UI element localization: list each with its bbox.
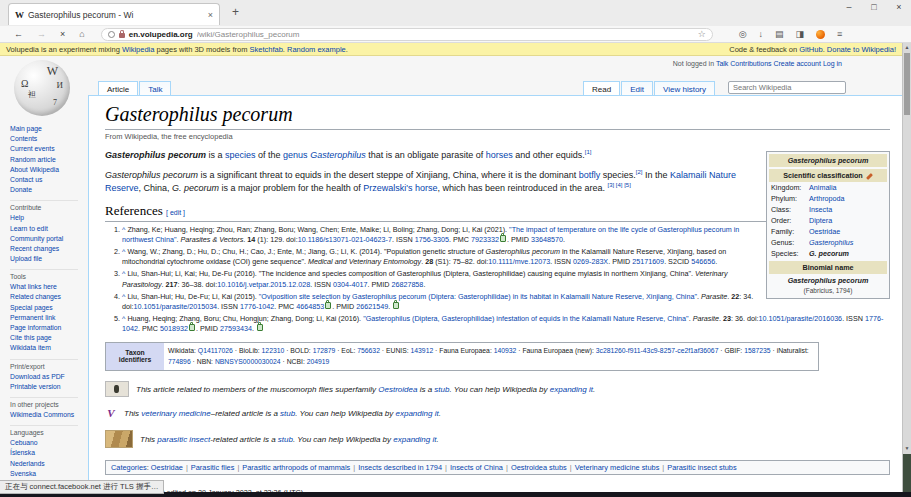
close-button[interactable]: × bbox=[893, 2, 905, 12]
parasitic-insect-photo-icon[interactable] bbox=[105, 430, 133, 448]
category-link[interactable]: Veterinary medicine stubs bbox=[575, 463, 660, 472]
tab-close-icon[interactable]: × bbox=[208, 10, 213, 20]
binomial-authority: (Fabricius, 1794) bbox=[769, 287, 887, 296]
identifier-link[interactable]: 140932 bbox=[494, 347, 517, 354]
scrollbar-thumb[interactable] bbox=[904, 53, 910, 115]
sidebar-link[interactable]: Page information bbox=[10, 323, 78, 333]
sidebar-link[interactable]: Community portal bbox=[10, 234, 78, 244]
tab-article[interactable]: Article bbox=[98, 81, 138, 96]
taxon-value-link[interactable]: Oestridae bbox=[809, 227, 885, 236]
taxon-identifier: NCBI: 204919 · bbox=[287, 358, 330, 365]
taxobox-row: Phylum: Arthropoda bbox=[769, 193, 887, 204]
lock-icon[interactable] bbox=[119, 33, 125, 38]
sidebar-link[interactable]: Donate bbox=[10, 185, 88, 195]
home-icon[interactable]: ⌂ bbox=[79, 29, 84, 39]
sidebar-link[interactable]: What links here bbox=[10, 282, 78, 292]
veterinary-medicine-icon[interactable]: V bbox=[105, 407, 117, 420]
browser-tab[interactable]: W Gasterophilus pecorum - Wi × bbox=[8, 3, 220, 25]
sidebar-link[interactable]: Svenska bbox=[10, 469, 78, 479]
identifier-link[interactable]: 172879 bbox=[313, 347, 336, 354]
sidebar-link[interactable]: Random article bbox=[10, 155, 88, 165]
tab-edit[interactable]: Edit bbox=[621, 81, 653, 96]
identifier-link[interactable]: 1587235 bbox=[744, 347, 770, 354]
identifier-link[interactable]: 122310 bbox=[262, 347, 285, 354]
firefox-account-icon[interactable] bbox=[816, 30, 825, 39]
identifier-link[interactable]: 3c281260-f911-43c9-8257-ce2f1af36067 bbox=[596, 347, 719, 354]
taxon-value-link[interactable]: Animalia bbox=[809, 183, 885, 192]
categories-link[interactable]: Categories bbox=[111, 463, 147, 472]
sidebar-link[interactable]: Printable version bbox=[10, 382, 78, 392]
download-icon[interactable]: ↓ bbox=[759, 29, 764, 39]
sidebar-link[interactable]: About Wikipedia bbox=[10, 165, 88, 175]
taxon-identifier: NBN: NBNSYS0000030024 · bbox=[197, 358, 287, 365]
category-link[interactable]: Parasitic insect stubs bbox=[667, 463, 736, 472]
category-link[interactable]: Parasitic flies bbox=[191, 463, 235, 472]
sidebar-link[interactable]: Permanent link bbox=[10, 313, 78, 323]
sidebar-link[interactable]: Main page bbox=[10, 124, 88, 134]
sidebar-link[interactable]: Nederlands bbox=[10, 459, 78, 469]
identifier-link[interactable]: 756632 bbox=[357, 347, 380, 354]
scroll-down-icon[interactable]: ▼ bbox=[903, 444, 911, 452]
sidebar-link[interactable]: Recent changes bbox=[10, 244, 78, 254]
category-link[interactable]: Insects of China bbox=[450, 463, 503, 472]
stop-icon[interactable]: × bbox=[60, 29, 65, 39]
sidebar-link[interactable]: Special pages bbox=[10, 303, 78, 313]
tab-view-history[interactable]: View history bbox=[654, 81, 715, 96]
identifier-link[interactable]: 143912 bbox=[411, 347, 434, 354]
category-link[interactable]: Insects described in 1794 bbox=[358, 463, 442, 472]
sidebar-link[interactable]: Wikimedia Commons bbox=[10, 410, 78, 420]
sidebar-group: Main pageContentsCurrent eventsRandom ar… bbox=[10, 124, 88, 195]
back-icon[interactable]: ← bbox=[14, 29, 23, 39]
taxon-value-link[interactable]: Insecta bbox=[809, 205, 885, 214]
toolbar-icons: ◎ ↓ ▤ ◨ ≡ bbox=[739, 29, 843, 39]
sidebar-link[interactable]: Learn to edit bbox=[10, 224, 78, 234]
sidebar-link[interactable]: Wikidata item bbox=[10, 343, 78, 353]
references-label: References bbox=[105, 203, 163, 218]
minimize-button[interactable]: – bbox=[843, 2, 855, 12]
search-input[interactable] bbox=[728, 81, 846, 94]
taxon-value-link[interactable]: Gasterophilus bbox=[809, 238, 885, 247]
tab-read[interactable]: Read bbox=[583, 81, 620, 96]
taxon-value-link[interactable]: G. pecorum bbox=[809, 249, 885, 258]
personal-bar[interactable]: Not logged in Talk Contributions Create … bbox=[673, 60, 842, 67]
identifier-link[interactable]: NBNSYS0000030024 bbox=[215, 358, 281, 365]
library-icon[interactable]: ▤ bbox=[775, 29, 784, 39]
sidebar-link[interactable]: Current events bbox=[10, 144, 88, 154]
volupedia-banner: Volupedia is an experiment mixing Wikipe… bbox=[0, 43, 902, 56]
taxon-value-link[interactable]: Arthropoda bbox=[809, 194, 885, 203]
sidebar-link[interactable]: Contents bbox=[10, 134, 88, 144]
identifier-link[interactable]: 774896 bbox=[168, 358, 191, 365]
sidebar-link[interactable]: Contact us bbox=[10, 175, 88, 185]
sidebar-link[interactable]: Help bbox=[10, 213, 78, 223]
category-link[interactable]: Oestridae bbox=[151, 463, 183, 472]
identifier-link[interactable]: Q14117026 bbox=[198, 347, 233, 354]
sidebar-link[interactable]: Upload file bbox=[10, 254, 78, 264]
sidebar-link[interactable]: Íslenska bbox=[10, 448, 78, 458]
identifier-link[interactable]: 204919 bbox=[307, 358, 330, 365]
site-info-icon[interactable] bbox=[108, 31, 115, 38]
bookmark-star-icon[interactable]: ☆ bbox=[698, 29, 706, 39]
sidebar-link[interactable]: Related changes bbox=[10, 292, 78, 302]
category-link[interactable]: Oestroidea stubs bbox=[511, 463, 567, 472]
banner-message: Volupedia is an experiment mixing Wikipe… bbox=[6, 45, 348, 54]
sidebar-link[interactable]: Cite this page bbox=[10, 333, 78, 343]
menu-icon[interactable]: ≡ bbox=[837, 29, 842, 39]
taxon-value-link[interactable]: Diptera bbox=[809, 216, 885, 225]
sidebar-toggle-icon[interactable]: ◨ bbox=[796, 29, 805, 39]
scroll-up-icon[interactable]: ▲ bbox=[903, 43, 911, 51]
wikipedia-logo[interactable]: WΩИ7袒 bbox=[14, 60, 70, 116]
tab-talk[interactable]: Talk bbox=[139, 81, 171, 96]
taxobox-title: Gasterophilus pecorum bbox=[769, 154, 887, 167]
sidebar-link[interactable]: Download as PDF bbox=[10, 372, 78, 382]
extensions-icon[interactable]: ◎ bbox=[739, 29, 747, 39]
address-bar[interactable]: en.volupedia.org /wiki/Gasterophilus_pec… bbox=[101, 28, 713, 41]
edit-pencil-icon[interactable] bbox=[866, 173, 873, 180]
fly-photo-icon[interactable] bbox=[105, 381, 129, 397]
taxon-identifier: Fauna Europaea: 140932 · bbox=[439, 347, 522, 354]
maximize-button[interactable]: □ bbox=[868, 2, 880, 12]
category-link[interactable]: Parasitic arthropods of mammals bbox=[242, 463, 350, 472]
edit-section-link[interactable]: [ edit ] bbox=[166, 209, 185, 216]
sidebar-link[interactable]: Cebuano bbox=[10, 438, 78, 448]
new-tab-button[interactable]: + bbox=[232, 5, 239, 19]
scrollbar[interactable]: ▲ ▼ bbox=[902, 43, 911, 492]
